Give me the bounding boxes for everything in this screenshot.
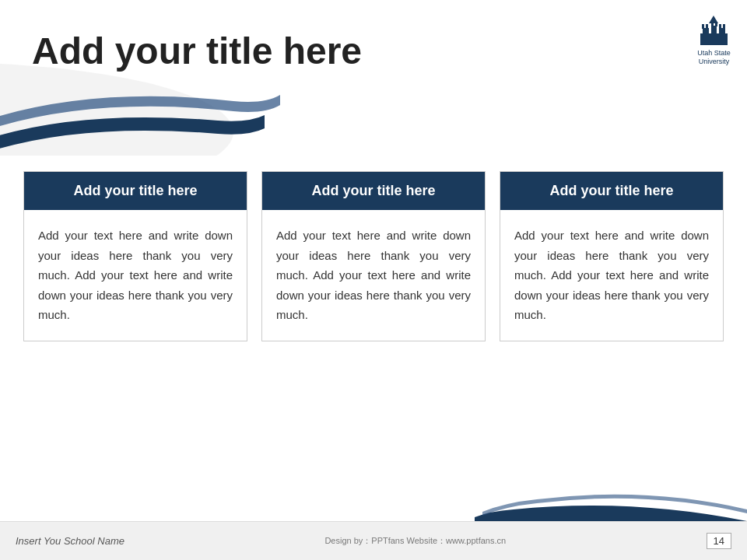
card-2: Add your title here Add your text here a… bbox=[261, 171, 486, 341]
main-title[interactable]: Add your title here bbox=[32, 30, 362, 72]
slide: Add your title here Utah State Universit… bbox=[0, 0, 747, 560]
bottom-bar: Insert You School Name Design by：PPTfans… bbox=[0, 521, 747, 560]
card-1-body: Add your text here and write down your i… bbox=[24, 210, 247, 341]
school-name: Insert You School Name bbox=[16, 535, 124, 547]
logo-text-line1: Utah State bbox=[697, 49, 731, 58]
svg-rect-9 bbox=[719, 24, 721, 29]
card-2-body: Add your text here and write down your i… bbox=[262, 210, 485, 341]
card-3: Add your title here Add your text here a… bbox=[500, 171, 724, 341]
logo-area: Utah State University bbox=[696, 14, 731, 66]
svg-marker-11 bbox=[709, 16, 718, 23]
card-3-body: Add your text here and write down your i… bbox=[500, 210, 723, 341]
card-1: Add your title here Add your text here a… bbox=[23, 171, 247, 341]
svg-rect-4 bbox=[719, 28, 725, 36]
svg-rect-3 bbox=[711, 26, 717, 36]
card-2-header: Add your title here bbox=[262, 172, 485, 210]
top-swoosh-decoration bbox=[0, 0, 747, 156]
content-area: Add your title here Add your text here a… bbox=[23, 171, 724, 341]
bottom-swoosh-decoration bbox=[475, 467, 747, 521]
card-3-header: Add your title here bbox=[500, 172, 723, 210]
page-number: 14 bbox=[707, 533, 731, 549]
card-1-header: Add your title here bbox=[24, 172, 247, 210]
university-logo-icon bbox=[696, 14, 731, 49]
svg-rect-2 bbox=[703, 28, 709, 36]
svg-rect-5 bbox=[702, 24, 704, 29]
logo-text-line2: University bbox=[699, 58, 730, 66]
svg-rect-10 bbox=[723, 24, 725, 29]
svg-rect-6 bbox=[706, 24, 708, 29]
credit-text: Design by：PPTfans Website：www.pptfans.cn bbox=[324, 535, 506, 547]
